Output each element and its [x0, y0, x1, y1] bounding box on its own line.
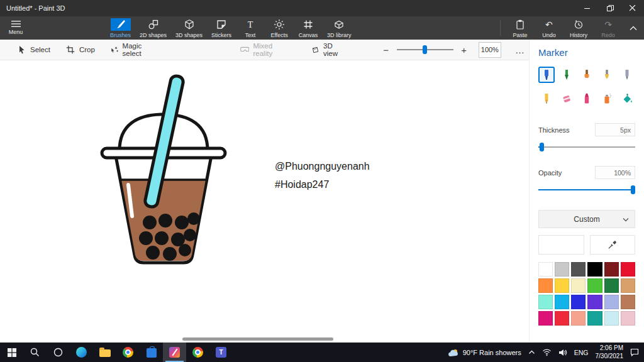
tools-toolbar: Select Crop Magic select: [0, 40, 529, 60]
start-button[interactable]: [0, 343, 23, 362]
color-swatch[interactable]: [538, 262, 553, 277]
brush-spray-can[interactable]: [599, 90, 615, 107]
taskbar-app-store[interactable]: [140, 343, 163, 362]
oil-brush-icon: [580, 69, 593, 81]
stickers-icon: [216, 19, 227, 30]
brush-eraser[interactable]: [558, 90, 575, 107]
maximize-button[interactable]: [599, 0, 621, 16]
clock[interactable]: 2:06 PM 7/30/2021: [596, 344, 624, 360]
eyedropper-button[interactable]: [590, 235, 636, 255]
color-swatch[interactable]: [604, 311, 619, 326]
opacity-value-field[interactable]: 100%: [595, 166, 635, 179]
brush-calligraphy-pen[interactable]: [558, 67, 575, 83]
language-indicator[interactable]: ENG: [574, 349, 589, 356]
close-button[interactable]: [621, 0, 644, 16]
tab-stickers[interactable]: Stickers: [207, 16, 236, 40]
thickness-slider-thumb[interactable]: [540, 143, 544, 151]
menu-button[interactable]: Menu: [0, 16, 31, 40]
zoom-out-button[interactable]: −: [380, 45, 392, 55]
color-swatch[interactable]: [587, 262, 602, 277]
thickness-slider[interactable]: [538, 142, 635, 152]
tab-2d-shapes[interactable]: 2D shapes: [135, 16, 171, 40]
brush-oil-brush[interactable]: [579, 67, 595, 83]
collapse-ribbon-button[interactable]: [623, 16, 644, 40]
taskbar-app-paint3d[interactable]: [163, 343, 186, 362]
color-swatch[interactable]: [571, 295, 586, 309]
taskbar-search-button[interactable]: [23, 343, 47, 362]
color-swatch[interactable]: [621, 262, 635, 277]
tab-3d-shapes[interactable]: 3D shapes: [171, 16, 207, 40]
taskbar-app-file-explorer[interactable]: [93, 343, 116, 362]
opacity-slider-thumb[interactable]: [631, 185, 635, 194]
action-center-button[interactable]: [630, 348, 639, 356]
color-swatch[interactable]: [571, 278, 586, 293]
volume-icon[interactable]: [558, 349, 567, 356]
taskbar-app-chrome-2[interactable]: [186, 343, 209, 362]
brush-pencil[interactable]: [538, 90, 555, 107]
thickness-value-field[interactable]: 5px: [595, 123, 635, 136]
3d-view-tool[interactable]: 3D view: [303, 40, 351, 60]
color-swatch[interactable]: [587, 295, 602, 309]
tab-effects[interactable]: Effects: [265, 16, 294, 40]
brush-crayon[interactable]: [579, 90, 595, 107]
history-button[interactable]: History: [564, 16, 594, 40]
color-swatch[interactable]: [604, 295, 619, 309]
tab-canvas[interactable]: Canvas: [294, 16, 323, 40]
tab-text[interactable]: T Text: [236, 16, 265, 40]
current-color-well[interactable]: [538, 235, 584, 255]
color-swatch[interactable]: [621, 311, 635, 326]
color-swatch[interactable]: [604, 278, 619, 293]
color-swatch[interactable]: [555, 295, 569, 309]
color-swatch[interactable]: [538, 311, 553, 326]
3d-view-icon: [311, 45, 319, 55]
select-tool[interactable]: Select: [9, 40, 58, 60]
taskbar-app-chrome[interactable]: [116, 343, 140, 362]
redo-button[interactable]: ↷ Redo: [594, 16, 623, 40]
zoom-slider[interactable]: [397, 45, 453, 55]
color-swatch[interactable]: [555, 311, 569, 326]
mixed-reality-tool[interactable]: Mixed reality: [233, 40, 293, 60]
paste-button[interactable]: Paste: [506, 16, 535, 40]
crop-tool[interactable]: Crop: [58, 40, 103, 60]
color-swatch[interactable]: [538, 278, 553, 293]
network-icon[interactable]: [542, 348, 552, 356]
hidden-icons-button[interactable]: [528, 350, 535, 354]
undo-button[interactable]: ↶ Undo: [535, 16, 564, 40]
color-swatch[interactable]: [587, 311, 602, 326]
chrome-secondary-icon: [192, 347, 203, 358]
taskbar-app-teams[interactable]: T: [209, 343, 233, 362]
weather-widget[interactable]: 90°F Rain showers: [448, 348, 521, 357]
zoom-slider-thumb[interactable]: [423, 45, 427, 54]
brush-watercolor[interactable]: [599, 67, 615, 83]
zoom-in-button[interactable]: +: [458, 45, 470, 55]
minimize-button[interactable]: [576, 0, 599, 16]
speaker-icon: [558, 349, 567, 356]
color-palette-select[interactable]: Custom: [538, 210, 635, 228]
canvas-horizontal-scrollbar[interactable]: [182, 337, 333, 341]
opacity-slider[interactable]: [538, 185, 635, 195]
magic-select-tool[interactable]: Magic select: [103, 40, 162, 60]
select-label: Select: [30, 46, 50, 53]
color-swatch[interactable]: [621, 278, 635, 293]
tab-brushes[interactable]: Brushes: [106, 16, 135, 40]
color-swatch[interactable]: [555, 262, 569, 277]
brush-pixel-pen[interactable]: [619, 67, 635, 83]
cortana-button[interactable]: [47, 343, 70, 362]
drawing-canvas[interactable]: @Phuongnguyenanh #Hoidap247: [0, 60, 529, 343]
color-swatch[interactable]: [587, 278, 602, 293]
color-swatch[interactable]: [604, 262, 619, 277]
brush-grid: [538, 67, 635, 107]
color-swatch[interactable]: [571, 262, 586, 277]
taskbar-app-edge[interactable]: [70, 343, 93, 362]
color-swatch[interactable]: [571, 311, 586, 326]
brush-marker[interactable]: [538, 67, 555, 83]
search-icon: [30, 348, 40, 357]
color-swatch[interactable]: [538, 295, 553, 309]
zoom-level[interactable]: 100%: [479, 42, 501, 58]
color-swatch[interactable]: [555, 278, 569, 293]
tab-3d-library[interactable]: 3D library: [323, 16, 356, 40]
brush-fill[interactable]: [619, 90, 635, 107]
date-text: 7/30/2021: [596, 353, 624, 361]
more-options-button[interactable]: …: [511, 45, 529, 55]
color-swatch[interactable]: [621, 295, 635, 309]
